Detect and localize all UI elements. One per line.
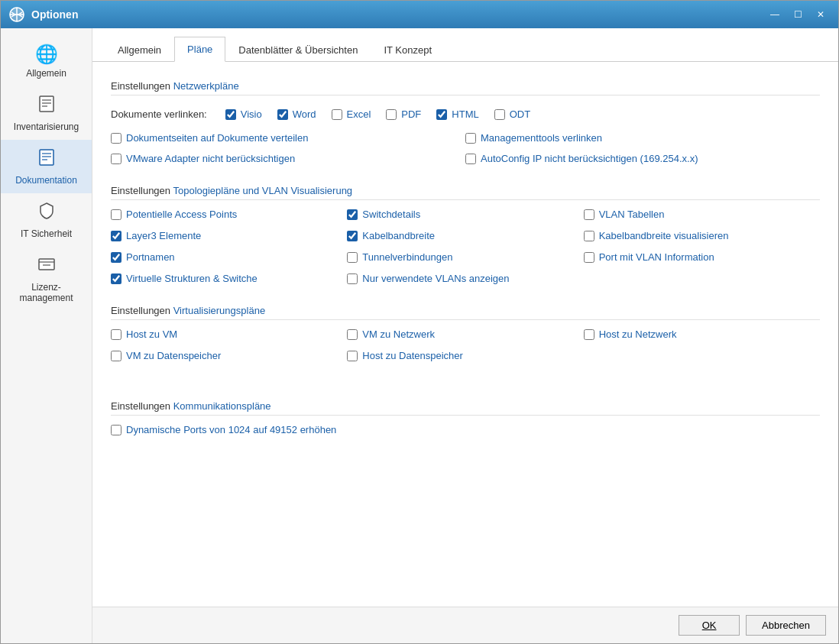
cb-layer3-input[interactable]	[111, 231, 121, 241]
cb-pdf-label[interactable]: PDF	[401, 108, 421, 120]
tab-allgemein[interactable]: Allgemein	[105, 37, 174, 62]
close-button[interactable]: ✕	[811, 7, 831, 22]
cb-host-datenspeicher-input[interactable]	[347, 351, 358, 361]
cb-vm-datenspeicher-label[interactable]: VM zu Datenspeicher	[126, 350, 221, 361]
cb-vmware-adapter-input[interactable]	[111, 154, 121, 164]
cb-vmware-adapter-label[interactable]: VMware Adapter nicht berücksichtigen	[126, 153, 295, 164]
cb-kabelbandbreite-label[interactable]: Kabelbandbreite	[362, 230, 435, 241]
tab-it-konzept[interactable]: IT Konzept	[371, 37, 445, 62]
cb-switchdetails-label[interactable]: Switchdetails	[362, 209, 420, 220]
cb-html-input[interactable]	[436, 109, 447, 120]
cb-switchdetails[interactable]: Switchdetails	[347, 206, 583, 222]
cb-kabelbandbreite-vis-label[interactable]: Kabelbandbreite visualisieren	[599, 230, 729, 241]
cb-vlan-tabellen-input[interactable]	[584, 209, 594, 220]
cb-vm-datenspeicher[interactable]: VM zu Datenspeicher	[111, 348, 347, 364]
cb-vlan-tabellen[interactable]: VLAN Tabellen	[584, 206, 820, 222]
cb-access-points-input[interactable]	[111, 209, 121, 220]
cb-host-vm-label[interactable]: Host zu VM	[126, 328, 177, 340]
cb-html[interactable]: HTML	[436, 106, 478, 122]
cb-excel-label[interactable]: Excel	[347, 108, 371, 120]
cb-portnamen-input[interactable]	[111, 252, 121, 263]
cb-vm-netzwerk-label[interactable]: VM zu Netzwerk	[362, 328, 435, 340]
cb-host-datenspeicher[interactable]: Host zu Datenspeicher	[347, 348, 583, 364]
cancel-button[interactable]: Abbrechen	[746, 615, 826, 636]
cb-word-input[interactable]	[277, 109, 288, 120]
allgemein-icon: 🌐	[35, 44, 58, 65]
ok-button[interactable]: OK	[679, 615, 740, 636]
cb-autoconfig-label[interactable]: AutoConfig IP nicht berücksichtigen (169…	[481, 153, 698, 164]
cb-vlan-tabellen-label[interactable]: VLAN Tabellen	[599, 209, 665, 220]
cb-excel[interactable]: Excel	[332, 106, 371, 122]
cb-word[interactable]: Word	[277, 106, 316, 122]
cb-port-vlan[interactable]: Port mit VLAN Information	[584, 249, 820, 265]
cb-odt-input[interactable]	[494, 109, 505, 120]
tab-datenblaetter[interactable]: Datenblätter & Übersichten	[225, 37, 371, 62]
cb-host-vm[interactable]: Host zu VM	[111, 326, 347, 342]
minimize-button[interactable]: —	[765, 7, 785, 22]
cb-visio-input[interactable]	[225, 109, 236, 120]
cb-layer3[interactable]: Layer3 Elemente	[111, 228, 347, 244]
cb-host-netzwerk-label[interactable]: Host zu Netzwerk	[599, 328, 677, 340]
cb-access-points-label[interactable]: Potentielle Access Points	[126, 209, 237, 220]
cb-excel-input[interactable]	[332, 109, 342, 120]
cb-tunnelverbindungen-input[interactable]	[347, 252, 358, 263]
cb-port-vlan-label[interactable]: Port mit VLAN Information	[599, 251, 714, 263]
cb-dokumentseiten-input[interactable]	[111, 133, 121, 144]
section-virtualisierung: Einstellungen Virtualisierungspläne Host…	[111, 305, 820, 364]
sidebar-item-allgemein[interactable]: 🌐 Allgemein	[1, 36, 92, 86]
cb-kabelbandbreite-input[interactable]	[347, 231, 358, 241]
cb-host-datenspeicher-label[interactable]: Host zu Datenspeicher	[362, 350, 463, 361]
cb-managementtools-label[interactable]: Managementtools verlinken	[481, 132, 602, 144]
cb-dokumentseiten-label[interactable]: Dokumentseiten auf Dokumente verteilen	[126, 132, 308, 144]
cb-dynports-input[interactable]	[111, 425, 121, 435]
cb-virtuelle-strukturen[interactable]: Virtuelle Strukturen & Switche	[111, 270, 347, 286]
cb-nur-verwendete-vlans-input[interactable]	[347, 273, 358, 284]
cb-host-netzwerk-input[interactable]	[584, 329, 594, 340]
cb-html-label[interactable]: HTML	[452, 108, 478, 120]
cb-dynports-label[interactable]: Dynamische Ports von 1024 auf 49152 erhö…	[126, 424, 336, 435]
sidebar-item-lizenzmanagement[interactable]: Lizenz- management	[1, 247, 92, 311]
cb-virtuelle-strukturen-input[interactable]	[111, 273, 121, 284]
cb-portnamen[interactable]: Portnamen	[111, 249, 347, 265]
cb-dynports[interactable]: Dynamische Ports von 1024 auf 49152 erhö…	[111, 422, 820, 438]
cb-vmware-adapter[interactable]: VMware Adapter nicht berücksichtigen	[111, 150, 465, 167]
it-sicherheit-icon	[37, 201, 57, 225]
cb-autoconfig[interactable]: AutoConfig IP nicht berücksichtigen (169…	[465, 150, 820, 167]
cb-visio-label[interactable]: Visio	[241, 108, 262, 120]
cb-port-vlan-input[interactable]	[584, 252, 594, 263]
cb-word-label[interactable]: Word	[293, 108, 316, 120]
cb-pdf-input[interactable]	[386, 109, 397, 120]
sidebar-item-it-sicherheit[interactable]: IT Sicherheit	[1, 193, 92, 247]
cb-managementtools-input[interactable]	[465, 133, 476, 144]
sidebar-item-dokumentation[interactable]: Dokumentation	[1, 140, 92, 193]
cb-tunnelverbindungen[interactable]: Tunnelverbindungen	[347, 249, 583, 265]
maximize-button[interactable]: ☐	[788, 7, 808, 22]
cb-nur-verwendete-vlans-label[interactable]: Nur verwendete VLANs anzeigen	[362, 273, 509, 284]
cb-pdf[interactable]: PDF	[386, 106, 421, 122]
cb-vm-datenspeicher-input[interactable]	[111, 351, 121, 361]
cb-vm-netzwerk[interactable]: VM zu Netzwerk	[347, 326, 583, 342]
cb-kabelbandbreite[interactable]: Kabelbandbreite	[347, 228, 583, 244]
cb-access-points[interactable]: Potentielle Access Points	[111, 206, 347, 222]
section-topologie: Einstellungen Topologiepläne und VLAN Vi…	[111, 185, 820, 286]
cb-kabelbandbreite-vis-input[interactable]	[584, 231, 594, 241]
cb-vm-netzwerk-input[interactable]	[347, 329, 358, 340]
cb-managementtools[interactable]: Managementtools verlinken	[465, 130, 820, 146]
cb-virtuelle-strukturen-label[interactable]: Virtuelle Strukturen & Switche	[126, 273, 258, 284]
cb-nur-verwendete-vlans[interactable]: Nur verwendete VLANs anzeigen	[347, 270, 583, 286]
cb-visio[interactable]: Visio	[225, 106, 262, 122]
cb-host-vm-input[interactable]	[111, 329, 121, 340]
cb-layer3-label[interactable]: Layer3 Elemente	[126, 230, 201, 241]
cb-portnamen-label[interactable]: Portnamen	[126, 251, 175, 263]
sidebar-item-inventarisierung[interactable]: Inventarisierung	[1, 86, 92, 140]
tab-plaene[interactable]: Pläne	[174, 37, 225, 62]
cb-odt-label[interactable]: ODT	[510, 108, 530, 120]
cb-kabelbandbreite-vis[interactable]: Kabelbandbreite visualisieren	[584, 228, 820, 244]
cb-host-netzwerk[interactable]: Host zu Netzwerk	[584, 326, 820, 342]
cb-dokumentseiten[interactable]: Dokumentseiten auf Dokumente verteilen	[111, 130, 465, 146]
cb-switchdetails-input[interactable]	[347, 209, 358, 220]
cb-odt[interactable]: ODT	[494, 106, 530, 122]
cb-autoconfig-input[interactable]	[465, 154, 476, 164]
sidebar-item-label-inventarisierung: Inventarisierung	[14, 121, 79, 132]
cb-tunnelverbindungen-label[interactable]: Tunnelverbindungen	[362, 251, 452, 263]
